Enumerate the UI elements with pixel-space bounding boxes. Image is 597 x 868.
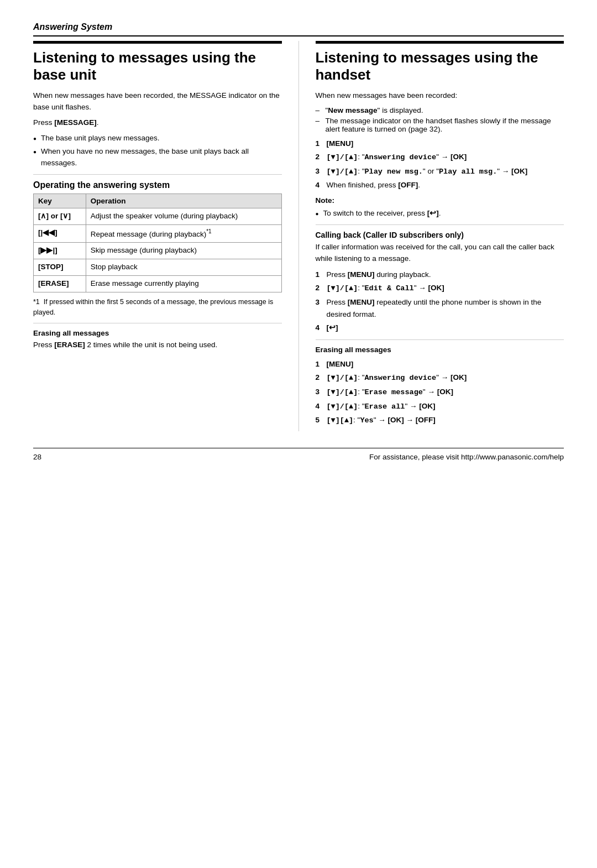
operation-table: Key Operation [∧] or [∨] Adjust the spea… bbox=[33, 194, 282, 292]
note-item-1: To switch to the receiver, press [↩]. bbox=[316, 208, 564, 219]
assistance-text: For assistance, please visit http://www.… bbox=[369, 453, 564, 461]
step-num-3: 3 bbox=[316, 165, 323, 178]
op-5: Erase message currently playing bbox=[86, 275, 281, 292]
sub-section-rule bbox=[33, 174, 282, 175]
note-bullets: To switch to the receiver, press [↩]. bbox=[316, 208, 564, 219]
column-divider bbox=[298, 41, 299, 431]
table-row: [|◀◀] Repeat message (during playback)*1 bbox=[34, 224, 282, 242]
step-1: 1 [MENU] bbox=[316, 138, 564, 150]
dash-symbol-2: – bbox=[316, 117, 323, 133]
er-step-3: 3 [▼]/[▲]: "Erase message" → [OK] bbox=[316, 386, 564, 399]
op-1: Adjust the speaker volume (during playba… bbox=[86, 208, 281, 224]
step-4: 4 When finished, press [OFF]. bbox=[316, 179, 564, 191]
main-columns: Listening to messages using the base uni… bbox=[33, 41, 564, 431]
table-row: [ERASE] Erase message currently playing bbox=[34, 275, 282, 292]
calling-back-steps: 1 Press [MENU] during playback. 2 [▼]/[▲… bbox=[316, 269, 564, 334]
right-section-title: Listening to messages using the handset bbox=[316, 49, 564, 83]
er-step-5: 5 [▼][▲]: "Yes" → [OK] → [OFF] bbox=[316, 414, 564, 427]
step-3: 3 [▼]/[▲]: "Play new msg." or "Play all … bbox=[316, 165, 564, 178]
note-title: Note: bbox=[316, 196, 335, 205]
note-block: Note: To switch to the receiver, press [… bbox=[316, 196, 564, 219]
erasing-rule bbox=[33, 323, 282, 323]
calling-back-title: Calling back (Caller ID subscribers only… bbox=[316, 231, 564, 239]
left-intro: When new messages have been recorded, th… bbox=[33, 90, 282, 113]
op-2: Repeat message (during playback)*1 bbox=[86, 224, 281, 242]
dash-item-2: – The message indicator on the handset f… bbox=[316, 117, 564, 133]
op-4: Stop playback bbox=[86, 259, 281, 276]
cb-step-4: 4 [↩] bbox=[316, 322, 564, 334]
left-bullets: The base unit plays new messages. When y… bbox=[33, 133, 282, 169]
left-thick-rule bbox=[33, 41, 282, 44]
cb-step-3: 3 Press [MENU] repeatedly until the phon… bbox=[316, 296, 564, 320]
header-divider bbox=[33, 35, 564, 36]
left-column: Listening to messages using the base uni… bbox=[33, 41, 282, 431]
key-1: [∧] or [∨] bbox=[34, 208, 86, 224]
key-3: [▶▶|] bbox=[34, 243, 86, 259]
erasing-all-text: Press [ERASE] 2 times while the unit is … bbox=[33, 339, 282, 351]
table-row: [STOP] Stop playback bbox=[34, 259, 282, 276]
dash-symbol-1: – bbox=[316, 106, 323, 114]
key-2: [|◀◀] bbox=[34, 224, 86, 242]
step-content-2: [▼]/[▲]: "Answering device" → [OK] bbox=[327, 151, 467, 164]
er-step-4: 4 [▼]/[▲]: "Erase all" → [OK] bbox=[316, 400, 564, 413]
left-section-title: Listening to messages using the base uni… bbox=[33, 49, 282, 83]
right-erasing-rule bbox=[316, 339, 564, 340]
step-num-4: 4 bbox=[316, 179, 323, 191]
col-operation: Operation bbox=[86, 194, 281, 208]
bullet-2: When you have no new messages, the base … bbox=[33, 146, 282, 169]
erasing-all-title: Erasing all messages bbox=[33, 329, 282, 337]
cb-step-2: 2 [▼]/[▲]: "Edit & Call" → [OK] bbox=[316, 282, 564, 295]
step-2: 2 [▼]/[▲]: "Answering device" → [OK] bbox=[316, 151, 564, 164]
key-5: [ERASE] bbox=[34, 275, 86, 292]
right-erasing-title: Erasing all messages bbox=[316, 346, 564, 354]
calling-back-text: If caller information was received for t… bbox=[316, 242, 564, 264]
key-4: [STOP] bbox=[34, 259, 86, 276]
col-key: Key bbox=[34, 194, 86, 208]
step-content-4: When finished, press [OFF]. bbox=[327, 179, 421, 191]
step-content-3: [▼]/[▲]: "Play new msg." or "Play all ms… bbox=[327, 165, 528, 178]
dash-text-2: The message indicator on the handset fla… bbox=[326, 117, 564, 133]
table-row: [▶▶|] Skip message (during playback) bbox=[34, 243, 282, 259]
step-num-2: 2 bbox=[316, 151, 323, 164]
right-steps: 1 [MENU] 2 [▼]/[▲]: "Answering device" →… bbox=[316, 138, 564, 191]
dash-text-1: "New message" is displayed. bbox=[326, 106, 423, 114]
dash-item-1: – "New message" is displayed. bbox=[316, 106, 564, 114]
erasing-steps: 1 [MENU] 2 [▼]/[▲]: "Answering device" →… bbox=[316, 358, 564, 427]
cb-step-1: 1 Press [MENU] during playback. bbox=[316, 269, 564, 281]
bullet-1: The base unit plays new messages. bbox=[33, 133, 282, 144]
page-header: Answering System bbox=[33, 22, 564, 36]
table-row: [∧] or [∨] Adjust the speaker volume (du… bbox=[34, 208, 282, 224]
message-key: [MESSAGE] bbox=[54, 118, 97, 127]
op-3: Skip message (during playback) bbox=[86, 243, 281, 259]
er-step-2: 2 [▼]/[▲]: "Answering device" → [OK] bbox=[316, 372, 564, 384]
step-content-1: [MENU] bbox=[327, 138, 354, 150]
step-num-1: 1 bbox=[316, 138, 323, 150]
new-message-text: New message bbox=[328, 106, 377, 114]
press-message: Press [MESSAGE]. bbox=[33, 117, 282, 128]
right-thick-rule bbox=[316, 41, 564, 44]
table-header-row: Key Operation bbox=[34, 194, 282, 208]
page-number: 28 bbox=[33, 453, 41, 461]
section-title: Answering System bbox=[33, 22, 564, 32]
right-intro: When new messages have been recorded: bbox=[316, 90, 564, 101]
right-column: Listening to messages using the handset … bbox=[316, 41, 564, 431]
calling-back-rule bbox=[316, 224, 564, 225]
operating-title: Operating the answering system bbox=[33, 180, 282, 190]
er-step-1: 1 [MENU] bbox=[316, 358, 564, 370]
page-footer: 28 For assistance, please visit http://w… bbox=[33, 448, 564, 461]
footnote: *1 If pressed within the first 5 seconds… bbox=[33, 297, 282, 318]
erase-key: [ERASE] bbox=[54, 341, 85, 349]
